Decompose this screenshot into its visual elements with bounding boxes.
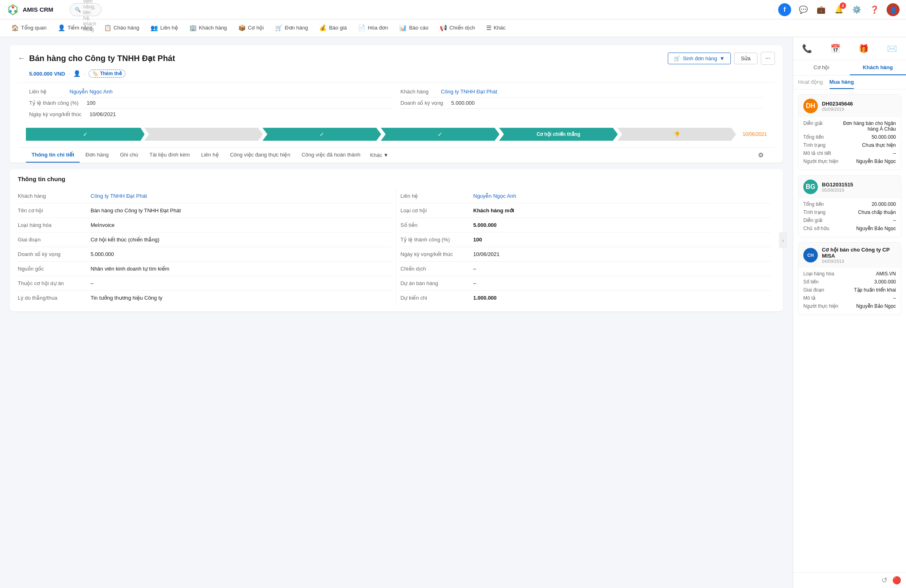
invoice-icon: 📄 xyxy=(358,24,366,32)
settings-icon[interactable]: ⚙️ xyxy=(851,4,862,15)
facebook-icon[interactable]: f xyxy=(778,3,791,16)
campaign-icon: 📢 xyxy=(440,24,447,32)
od-row: Diễn giải Đơn hàng bán cho Ngân hàng Á C… xyxy=(803,121,896,132)
od-value: AMIS.VN xyxy=(876,271,896,277)
nav-co-hoi[interactable]: 📦 Cơ hội xyxy=(233,19,269,37)
field-value-du-an: – xyxy=(473,280,771,286)
progress-step-1[interactable]: ✓ xyxy=(26,128,144,141)
rp-tab-khach-hang[interactable]: Khách hàng xyxy=(850,60,906,75)
info-row-giai-doan: Giai đoạn Cơ hội kết thúc (chiến thắng) xyxy=(18,233,392,247)
avatar[interactable]: 👤 xyxy=(887,3,900,16)
nav-label: Tổng quan xyxy=(21,25,47,31)
nav-label: Chào hàng xyxy=(114,25,140,31)
thumbs-down-icon: 👎 xyxy=(674,131,680,137)
top-navigation: AMIS CRM 🔍 Tìm kiếm tiềm năng, liên hệ, … xyxy=(0,0,906,19)
logo-area[interactable]: AMIS CRM xyxy=(6,3,53,16)
phone-icon[interactable]: 📞 xyxy=(799,42,815,55)
messages-icon[interactable]: 💬 xyxy=(798,4,809,15)
nav-chien-dich[interactable]: 📢 Chiến dịch xyxy=(435,19,480,37)
notifications-icon[interactable]: 🔔 2 xyxy=(833,4,845,15)
help-icon[interactable]: ❓ xyxy=(869,4,880,15)
od-value: Chưa chấp thuận xyxy=(858,209,896,215)
search-bar[interactable]: 🔍 Tìm kiếm tiềm năng, liên hệ, khách hàn… xyxy=(70,3,102,16)
progress-step-4[interactable]: ✓ xyxy=(381,128,499,141)
od-label: Tổng tiền xyxy=(803,134,824,140)
tab-tai-lieu[interactable]: Tài liệu đính kèm xyxy=(144,148,195,163)
od-value: 3.000.000 xyxy=(874,279,896,285)
tab-cong-viec-hoan-thanh[interactable]: Công việc đã hoàn thành xyxy=(296,148,366,163)
field-label: Liên hệ xyxy=(400,193,473,199)
info-row-ngay: Ngày kỳ vọng/kết thúc 10/06/2021 xyxy=(400,247,771,262)
od-row: Người thực hiện Nguyễn Bảo Ngọc xyxy=(803,159,896,164)
nav-hoa-don[interactable]: 📄 Hóa đơn xyxy=(353,19,393,37)
field-label: Nguồn gốc xyxy=(18,266,91,272)
od-label: Số tiền xyxy=(803,279,819,285)
calendar-icon[interactable]: 📅 xyxy=(827,42,844,55)
od-row: Chủ sở hữu Nguyễn Bảo Ngọc xyxy=(803,226,896,231)
info-row-nguon-goc: Nguồn gốc Nhân viên kinh doanh tự tìm ki… xyxy=(18,262,392,276)
tab-lien-he[interactable]: Liên hệ xyxy=(195,148,224,163)
tab-cong-viec-thuc-hien[interactable]: Công việc đang thực hiện xyxy=(224,148,296,163)
rp-tab-co-hoi[interactable]: Cơ hội xyxy=(793,60,850,75)
order-details-3: Loại hàng hóa AMIS.VN Số tiền 3.000.000 … xyxy=(798,268,901,315)
progress-step-2[interactable] xyxy=(144,128,262,141)
info-row-lien-he: Liên hệ Nguyễn Ngọc Anh xyxy=(400,189,771,203)
field-value-lien-he[interactable]: Nguyễn Ngọc Anh xyxy=(473,193,771,199)
tag-icon: 🏷️ xyxy=(92,71,98,76)
tab-don-hang[interactable]: Đơn hàng xyxy=(80,148,114,163)
tab-thong-tin[interactable]: Thông tin chi tiết xyxy=(26,148,80,163)
briefcase-icon[interactable]: 💼 xyxy=(815,4,827,15)
generate-order-button[interactable]: 🛒 Sinh đơn hàng ▼ xyxy=(668,53,731,64)
refresh-icon[interactable]: ↺ xyxy=(881,576,887,585)
od-label: Giai đoạn xyxy=(803,287,824,293)
expand-panel-button[interactable]: › xyxy=(779,232,787,248)
nav-don-hang[interactable]: 🛒 Đơn hàng xyxy=(270,19,313,37)
step-label: Cơ hội chiến thắng xyxy=(537,131,580,137)
nav-bao-gia[interactable]: 💰 Báo giá xyxy=(314,19,351,37)
od-value: Tập huấn triển khai xyxy=(854,287,896,293)
email-icon[interactable]: ✉️ xyxy=(884,42,900,55)
customer-label: Khách hàng xyxy=(400,89,433,95)
info-row-ten-co-hoi: Tên cơ hội Bán hàng cho Công ty TNHH Đạt… xyxy=(18,203,392,218)
contacts-icon: 👥 xyxy=(150,24,158,32)
user-icon: 👤 xyxy=(58,24,66,32)
gift-icon[interactable]: 🎁 xyxy=(855,42,872,55)
field-label: Lý do thắng/thua xyxy=(18,295,91,301)
nav-lien-he[interactable]: 👥 Liên hệ xyxy=(146,19,182,37)
rp-subtab-mua-hang[interactable]: Mua hàng xyxy=(830,79,854,89)
od-row: Tình trạng Chưa thực hiện xyxy=(803,142,896,148)
order-card-3: CH Cơ hội bán cho Công ty CP MISA 04/09/… xyxy=(798,242,901,315)
progress-step-3[interactable]: ✓ xyxy=(262,128,381,141)
filter-active-icon[interactable]: 🔴 xyxy=(892,576,901,585)
od-row: Diễn giải – xyxy=(803,218,896,223)
nav-khac[interactable]: ☰ Khác xyxy=(481,19,510,37)
od-row: Mô tả – xyxy=(803,295,896,301)
tab-khac[interactable]: Khác ▼ xyxy=(366,148,393,162)
tab-filter-icon[interactable]: ⚙ xyxy=(755,148,767,162)
customer-value[interactable]: Công ty TNHH Đạt Phát xyxy=(441,89,497,95)
field-value-giai-doan: Cơ hội kết thúc (chiến thắng) xyxy=(91,237,392,243)
contact-value[interactable]: Nguyễn Ngọc Anh xyxy=(70,89,112,95)
separator: · xyxy=(68,71,70,77)
tab-ghi-chu[interactable]: Ghi chú xyxy=(114,148,144,163)
nav-khach-hang[interactable]: 🏢 Khách hàng xyxy=(184,19,232,37)
more-options-button[interactable]: ··· xyxy=(761,52,775,65)
edit-button[interactable]: Sửa xyxy=(734,53,758,64)
add-tag-button[interactable]: 🏷️ Thêm thẻ xyxy=(89,70,125,78)
back-button[interactable]: ← xyxy=(18,54,25,63)
nav-chao-hang[interactable]: 📋 Chào hàng xyxy=(99,19,144,37)
info-row-chien-dich: Chiến dịch – xyxy=(400,262,771,276)
nav-tong-quan[interactable]: 🏠 Tổng quan xyxy=(6,19,51,37)
field-label: Loại hàng hóa xyxy=(18,222,91,228)
field-label: Dự án bán hàng xyxy=(400,280,473,286)
rp-subtab-hoat-dong[interactable]: Hoạt động xyxy=(798,79,823,89)
field-label: Ngày kỳ vọng/kết thúc xyxy=(400,251,473,257)
right-panel-content: DH DH02345646 05/09/2019 Diễn giải Đơn h… xyxy=(793,89,906,572)
nav-bao-cao[interactable]: 📊 Báo cáo xyxy=(394,19,433,37)
field-value-khach-hang[interactable]: Công ty TNHH Đạt Phát xyxy=(91,193,392,199)
progress-step-5[interactable]: Cơ hội chiến thắng xyxy=(499,128,618,141)
info-right-column: Liên hệ Nguyễn Ngọc Anh Loại cơ hội Khác… xyxy=(396,189,775,305)
progress-step-6[interactable]: 👎 xyxy=(617,128,736,141)
right-panel-icons: 📞 📅 🎁 ✉️ xyxy=(793,37,906,60)
tab-more-label: Khác xyxy=(370,152,382,158)
